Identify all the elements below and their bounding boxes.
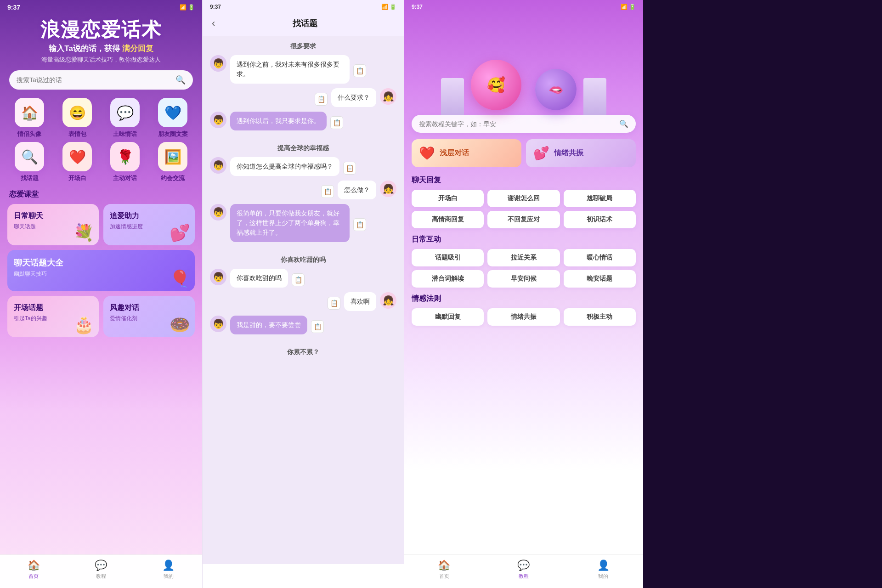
tutorial-scroll[interactable]: 聊天回复 开场白 谢谢怎么回 尬聊破局 高情商回复 不回复应对 初识话术 日常互… bbox=[404, 174, 643, 569]
section-title-emotion: 情感法则 bbox=[412, 294, 636, 304]
card-opener-title: 开场话题 bbox=[14, 303, 92, 313]
avatar-boy: 👦 bbox=[210, 157, 226, 174]
blob-face-pink: 🥰 bbox=[487, 76, 505, 94]
avatar-boy: 👦 bbox=[210, 269, 226, 285]
icon-opener-bg: ❤️ bbox=[62, 142, 92, 171]
reply-tags: 开场白 谢谢怎么回 尬聊破局 高情商回复 不回复应对 初识话术 bbox=[412, 190, 636, 228]
copy-btn-8[interactable]: 📋 bbox=[328, 297, 340, 310]
search-bar-1[interactable]: 🔍 bbox=[9, 70, 193, 90]
tag-thanks[interactable]: 谢谢怎么回 bbox=[487, 190, 560, 207]
icon-chat[interactable]: 💬 土味情话 bbox=[103, 98, 147, 138]
nav-tutorial-label-1: 教程 bbox=[96, 573, 106, 580]
copy-btn-4[interactable]: 📋 bbox=[343, 162, 356, 175]
section-sweet: 你喜欢吃甜的吗 👦 你喜欢吃甜的吗 📋 👧 喜欢啊 📋 👦 我是甜的，要不要尝尝… bbox=[210, 249, 396, 334]
nav-home-1[interactable]: 🏠 首页 bbox=[28, 560, 40, 580]
nav-tutorial-3[interactable]: 💬 教程 bbox=[517, 560, 530, 580]
search-icon-3: 🔍 bbox=[619, 119, 628, 128]
tag-morning[interactable]: 早安问候 bbox=[487, 270, 560, 288]
copy-btn-9[interactable]: 📋 bbox=[311, 320, 324, 333]
topics-header: ‹ 找话题 bbox=[203, 14, 404, 36]
card-opener[interactable]: 开场话题 引起Ta的兴趣 🎂 bbox=[7, 296, 99, 337]
icon-couple[interactable]: 🏠 情侣头像 bbox=[7, 98, 51, 138]
copy-btn-2[interactable]: 📋 bbox=[315, 93, 328, 106]
time-3: 9:37 bbox=[412, 4, 423, 10]
tag-resonate[interactable]: 情绪共振 bbox=[487, 308, 560, 326]
icon-moments-bg: 💙 bbox=[158, 98, 187, 127]
icon-moments[interactable]: 💙 朋友圈文案 bbox=[151, 98, 195, 138]
pillar-left bbox=[441, 78, 464, 115]
icon-emoji[interactable]: 😄 表情包 bbox=[55, 98, 99, 138]
feature-shallow[interactable]: ❤️ 浅层对话 bbox=[412, 139, 521, 167]
feature-emotion[interactable]: 💕 情绪共振 bbox=[526, 139, 636, 167]
icon-topic[interactable]: 🔍 找话题 bbox=[7, 142, 51, 182]
copy-btn-5[interactable]: 📋 bbox=[321, 185, 334, 198]
profile-icon-3: 👤 bbox=[597, 560, 610, 571]
card-witty[interactable]: 风趣对话 爱情催化剂 🍩 bbox=[103, 296, 195, 337]
panel-home: 9:37 📶 🔋 浪漫恋爱话术 输入Ta说的话，获得 满分回复 海量高级恋爱聊天… bbox=[0, 0, 202, 588]
copy-btn-3[interactable]: 📋 bbox=[330, 116, 343, 129]
tag-night[interactable]: 晚安话题 bbox=[564, 270, 636, 288]
tag-noreply[interactable]: 不回复应对 bbox=[487, 211, 560, 228]
card-topics[interactable]: 聊天话题大全 幽默聊天技巧 🎈 bbox=[7, 250, 195, 291]
blob-face-purple: 🫦 bbox=[548, 83, 563, 97]
bubble-5: 怎么做？ bbox=[338, 181, 376, 199]
signal-icons-3: 📶 🔋 bbox=[621, 4, 636, 10]
search-bar-3[interactable]: 🔍 bbox=[412, 115, 636, 133]
tag-opener[interactable]: 开场白 bbox=[412, 190, 484, 207]
tag-eq[interactable]: 高情商回复 bbox=[412, 211, 484, 228]
nav-tutorial-label-3: 教程 bbox=[519, 573, 529, 580]
avatar-boy: 👦 bbox=[210, 112, 226, 128]
search-input-3[interactable] bbox=[419, 120, 616, 128]
tag-proactive[interactable]: 积极主动 bbox=[564, 308, 636, 326]
bubble-2: 什么要求？ bbox=[331, 88, 376, 107]
bottom-nav-3: 🏠 首页 💬 教程 👤 我的 bbox=[404, 554, 643, 588]
tag-humor[interactable]: 幽默回复 bbox=[412, 308, 484, 326]
nav-tutorial-1[interactable]: 💬 教程 bbox=[95, 560, 107, 580]
topics-scroll[interactable]: 很多要求 👦 遇到你之前，我对未来有很多很多要求。 📋 👧 什么要求？ 📋 👦 … bbox=[203, 36, 404, 564]
bubble-9: 我是甜的，要不要尝尝 bbox=[230, 316, 307, 334]
daily-tags: 话题吸引 拉近关系 暖心情话 潜台词解读 早安问候 晚安话题 bbox=[412, 249, 636, 288]
tag-awkward[interactable]: 尬聊破局 bbox=[564, 190, 636, 207]
bottom-nav-1: 🏠 首页 💬 教程 👤 我的 bbox=[0, 554, 202, 588]
avatar-boy: 👦 bbox=[210, 316, 226, 332]
icon-date-bg: 🖼️ bbox=[158, 142, 187, 171]
time-2: 9:37 bbox=[210, 4, 221, 10]
section-requirements: 很多要求 👦 遇到你之前，我对未来有很多很多要求。 📋 👧 什么要求？ 📋 👦 … bbox=[210, 36, 396, 130]
chat-row: 👦 遇到你以后，我只要求是你。 📋 bbox=[210, 112, 396, 130]
icon-date[interactable]: 🖼️ 约会交流 bbox=[151, 142, 195, 182]
tag-warmword[interactable]: 暖心情话 bbox=[564, 249, 636, 266]
icon-active[interactable]: 🌹 主动对话 bbox=[103, 142, 147, 182]
copy-btn-6[interactable]: 📋 bbox=[353, 218, 366, 231]
tag-attract[interactable]: 话题吸引 bbox=[412, 249, 484, 266]
section-label-2: 提高全球的幸福感 bbox=[210, 138, 396, 157]
card-topics-title: 聊天话题大全 bbox=[14, 257, 188, 268]
icon-active-bg: 🌹 bbox=[110, 142, 140, 171]
copy-btn-1[interactable]: 📋 bbox=[353, 64, 366, 77]
back-button[interactable]: ‹ bbox=[212, 17, 215, 29]
card-chase-title: 追爱助力 bbox=[110, 211, 188, 221]
search-input-1[interactable] bbox=[17, 76, 172, 84]
section-label-3: 你喜欢吃甜的吗 bbox=[210, 249, 396, 269]
icon-couple-label: 情侣头像 bbox=[17, 130, 41, 138]
tag-closer[interactable]: 拉近关系 bbox=[487, 249, 560, 266]
chat-row: 👧 喜欢啊 📋 bbox=[210, 292, 396, 311]
chat-row: 👦 遇到你之前，我对未来有很多很多要求。 📋 bbox=[210, 55, 396, 84]
icon-opener[interactable]: ❤️ 开场白 bbox=[55, 142, 99, 182]
nav-profile-1[interactable]: 👤 我的 bbox=[162, 560, 175, 580]
tag-firstmeet[interactable]: 初识话术 bbox=[564, 211, 636, 228]
status-bar-2: 9:37 📶 🔋 bbox=[203, 0, 404, 14]
emotion-tags: 幽默回复 情绪共振 积极主动 bbox=[412, 308, 636, 326]
card-daily-title: 日常聊天 bbox=[14, 211, 92, 221]
tag-subtext[interactable]: 潜台词解读 bbox=[412, 270, 484, 288]
card-daily-emoji: 💐 bbox=[74, 223, 94, 243]
avatar-girl: 👧 bbox=[380, 181, 396, 197]
avatar-boy: 👦 bbox=[210, 55, 226, 72]
home-icon-1: 🏠 bbox=[28, 560, 40, 571]
copy-btn-7[interactable]: 📋 bbox=[292, 273, 305, 286]
nav-home-3[interactable]: 🏠 首页 bbox=[438, 560, 450, 580]
nav-profile-3[interactable]: 👤 我的 bbox=[597, 560, 610, 580]
avatar-boy: 👦 bbox=[210, 204, 226, 220]
icon-couple-bg: 🏠 bbox=[15, 98, 44, 127]
card-daily[interactable]: 日常聊天 聊天话题 💐 bbox=[7, 204, 99, 245]
card-chase[interactable]: 追爱助力 加速情感进度 💕 bbox=[103, 204, 195, 245]
